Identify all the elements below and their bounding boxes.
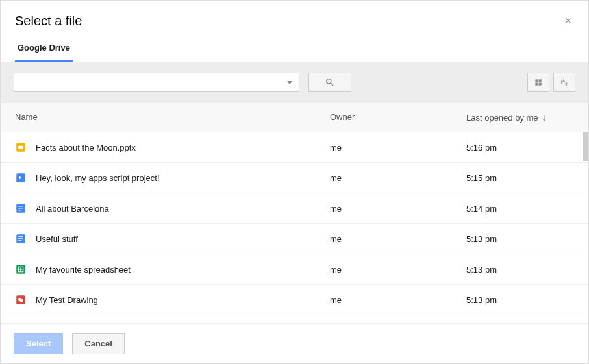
sort-az-icon — [560, 78, 569, 87]
title-row: Select a file × — [15, 14, 574, 29]
svg-rect-5 — [18, 146, 23, 149]
file-row[interactable]: Useful stuff me 5:13 pm — [1, 224, 588, 254]
scrollbar-thumb[interactable] — [583, 132, 588, 161]
svg-rect-10 — [18, 210, 21, 210]
docs-file-icon — [15, 233, 27, 245]
file-owner: me — [330, 265, 466, 274]
file-row[interactable]: My favourite spreadsheet me 5:13 pm — [1, 254, 588, 285]
file-name: My Test Drawing — [36, 295, 98, 305]
docs-file-icon — [15, 202, 27, 214]
grid-icon — [534, 78, 543, 87]
toolbar-right — [527, 73, 575, 92]
file-date: 5:16 pm — [466, 143, 574, 152]
drawing-file-icon — [15, 294, 27, 306]
script-file-icon — [15, 172, 27, 184]
tabs: Google Drive — [15, 43, 574, 62]
sort-button[interactable] — [553, 73, 575, 92]
file-row[interactable]: All about Barcelona me 5:14 pm — [1, 193, 588, 224]
file-date: 5:13 pm — [466, 295, 574, 305]
file-name: All about Barcelona — [36, 204, 109, 213]
file-picker-dialog: Select a file × Google Drive — [0, 0, 589, 364]
svg-rect-3 — [539, 83, 542, 86]
svg-rect-14 — [18, 240, 21, 241]
file-row[interactable]: Hey, look, my apps script project! me 5:… — [1, 163, 588, 193]
grid-view-button[interactable] — [527, 73, 549, 92]
dialog-title: Select a file — [15, 14, 82, 29]
file-owner: me — [330, 173, 466, 183]
svg-rect-2 — [535, 83, 538, 86]
file-rows: Facts about the Moon.pptx me 5:16 pm Hey… — [1, 132, 588, 323]
search-box[interactable] — [14, 73, 299, 92]
svg-rect-8 — [18, 206, 23, 206]
select-button[interactable]: Select — [14, 333, 63, 354]
toolbar — [1, 62, 588, 103]
file-date: 5:13 pm — [466, 265, 574, 274]
file-owner: me — [330, 143, 466, 152]
dropdown-arrow-icon[interactable] — [287, 81, 292, 84]
footer: Select Cancel — [1, 323, 588, 363]
slides-file-icon — [15, 141, 27, 153]
column-header-date[interactable]: Last opened by me ↓ — [466, 112, 574, 123]
file-owner: me — [330, 295, 466, 305]
svg-rect-9 — [18, 208, 23, 208]
file-owner: me — [330, 234, 466, 244]
file-row[interactable]: My Test Drawing me 5:13 pm — [1, 285, 588, 315]
column-header-owner[interactable]: Owner — [330, 112, 466, 123]
search-button[interactable] — [308, 73, 351, 92]
file-name: My favourite spreadsheet — [36, 265, 131, 274]
sort-descending-icon: ↓ — [542, 112, 547, 123]
svg-rect-13 — [18, 238, 23, 239]
file-date: 5:14 pm — [466, 204, 574, 213]
sheets-file-icon — [15, 263, 27, 275]
svg-rect-21 — [20, 299, 23, 302]
file-date: 5:15 pm — [466, 173, 574, 183]
column-header-date-label: Last opened by me — [466, 113, 538, 123]
file-owner: me — [330, 204, 466, 213]
cancel-button[interactable]: Cancel — [72, 333, 125, 354]
close-button[interactable]: × — [562, 14, 574, 28]
svg-rect-0 — [535, 79, 538, 82]
column-header-name[interactable]: Name — [15, 112, 330, 123]
file-name: Hey, look, my apps script project! — [36, 173, 160, 183]
search-wrap — [14, 73, 351, 92]
file-date: 5:13 pm — [466, 234, 574, 244]
table-header: Name Owner Last opened by me ↓ — [1, 103, 588, 132]
file-row[interactable]: Facts about the Moon.pptx me 5:16 pm — [1, 132, 588, 163]
tab-google-drive[interactable]: Google Drive — [15, 43, 73, 62]
svg-rect-1 — [539, 79, 542, 82]
close-icon: × — [564, 14, 571, 27]
svg-rect-12 — [18, 236, 23, 237]
header: Select a file × Google Drive — [1, 1, 588, 62]
file-name: Useful stuff — [36, 234, 78, 244]
search-icon — [325, 77, 335, 88]
file-name: Facts about the Moon.pptx — [36, 143, 136, 152]
search-input[interactable] — [14, 73, 287, 91]
